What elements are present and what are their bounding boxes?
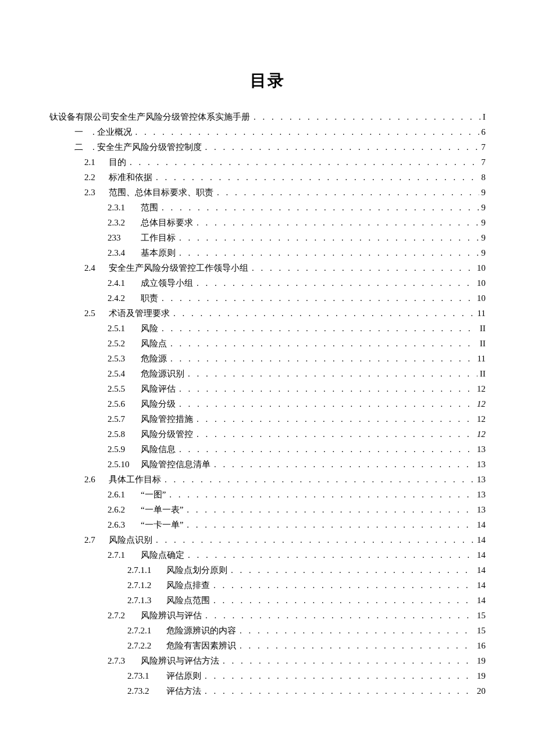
toc-entry-number: 2.73.2 — [127, 683, 166, 698]
toc-entry: 2.4.1成立领导小组10 — [49, 275, 486, 291]
toc-entry-text: 术语及管理要求 — [109, 306, 173, 321]
toc-entry-number: 2.4.2 — [108, 291, 141, 306]
toc-entry-number: 2.7.2 — [108, 608, 141, 623]
toc-entry-text: 成立领导小组 — [141, 275, 197, 291]
toc-entry-text: 危险源识别 — [141, 366, 188, 381]
toc-entry-page: 14 — [475, 593, 486, 608]
toc-leader-dots — [240, 623, 475, 638]
toc-entry-text: 钛设备有限公司安全生产风险分级管控体系实施手册 — [49, 109, 254, 124]
toc-entry-text: 风险分级管控 — [141, 427, 197, 442]
toc-entry-text: 风险信息 — [141, 442, 179, 457]
toc-leader-dots — [170, 336, 477, 351]
toc-entry-number: 一 — [72, 124, 92, 139]
toc-entry-page: 11 — [475, 306, 486, 321]
toc-entry-text: 风险评估 — [141, 381, 179, 396]
toc-leader-dots — [179, 230, 479, 245]
toc-entry-page: 10 — [475, 275, 486, 291]
toc-entry-page: I — [480, 109, 486, 124]
toc-entry-number: 2.7.3 — [108, 653, 141, 668]
toc-entry-text: 范围、总体目标要求、职责 — [109, 185, 217, 200]
toc-entry-page: 8 — [479, 170, 486, 185]
toc-entry-text: 风险点划分原则 — [166, 562, 231, 578]
toc-entry-number: 2.5.4 — [108, 366, 141, 381]
toc-entry-number: 2.7.2.2 — [127, 638, 166, 653]
toc-entry: 2.6.1“一图”13 — [49, 487, 486, 502]
toc-entry-number: 2.7 — [84, 532, 109, 547]
toc-entry: 2.5.10风险管控信息清单13 — [49, 457, 486, 472]
toc-entry: 2.5.3危险源11 — [49, 351, 486, 366]
toc-leader-dots — [205, 668, 475, 683]
toc-leader-dots — [214, 457, 475, 472]
toc-entry-page: 13 — [475, 457, 486, 472]
toc-leader-dots — [217, 185, 479, 200]
toc-entry: 2.5.7风险管控措施12 — [49, 411, 486, 427]
toc-entry-page: 12 — [475, 427, 486, 442]
toc-entry: 2.7.1.3风险点范围14 — [49, 593, 486, 608]
toc-entry-number: 二 — [72, 139, 92, 155]
toc-leader-dots — [254, 109, 480, 124]
toc-entry-text: 危险源辨识的内容 — [166, 623, 240, 638]
toc-title: 目录 — [49, 70, 486, 92]
toc-entry-page: 15 — [475, 608, 486, 623]
toc-entry-page: 19 — [475, 668, 486, 683]
toc-leader-dots — [173, 306, 475, 321]
toc-entry-page: 12 — [475, 411, 486, 427]
toc-entry: 2.5.8风险分级管控12 — [49, 427, 486, 442]
toc-leader-dots — [162, 200, 479, 215]
toc-leader-dots — [213, 578, 475, 593]
toc-entry-number: 2.7.1 — [108, 547, 141, 562]
toc-entry-number: 233 — [108, 230, 141, 245]
toc-entry-number: 2.3.1 — [108, 200, 141, 215]
toc-entry: 2.5.2风险点II — [49, 336, 486, 351]
toc-entry-number: 2.5.7 — [108, 411, 141, 427]
toc-entry: 2.6.3“一卡一单”14 — [49, 517, 486, 532]
toc-entry-text: 风险辨识与评估方法 — [141, 653, 223, 668]
toc-leader-dots — [156, 532, 475, 547]
toc-entry: 2.7.2.1危险源辨识的内容15 — [49, 623, 486, 638]
toc-entry-text: 目的 — [109, 155, 130, 170]
toc-leader-dots — [188, 366, 477, 381]
toc-entry-number: 2.5.2 — [108, 336, 141, 351]
toc-entry-page: 9 — [479, 245, 486, 260]
toc-entry-text: “一卡一单” — [141, 517, 187, 532]
toc-entry: 2.6.2“一单一表”13 — [49, 502, 486, 517]
toc-entry-number: 2.3 — [84, 185, 109, 200]
toc-entry-page: 13 — [475, 472, 486, 487]
toc-entry-text: 危险源 — [141, 351, 170, 366]
toc-entry-text: 风险管控措施 — [141, 411, 197, 427]
toc-entry-text: 风险点 — [141, 336, 170, 351]
toc-entry-text: 风险点范围 — [166, 593, 213, 608]
toc-entry: 一. 企业概况6 — [49, 124, 486, 139]
toc-leader-dots — [213, 593, 475, 608]
toc-entry-text: “一图” — [141, 487, 169, 502]
toc-entry-number: 2.5.9 — [108, 442, 141, 457]
toc-entry-number: 2.6.2 — [108, 502, 141, 517]
toc-entry: 2.73.2评估方法20 — [49, 683, 486, 698]
toc-entry: 2.7.1.2风险点排查14 — [49, 578, 486, 593]
toc-entry: 233工作目标9 — [49, 230, 486, 245]
toc-entry-text: 标准和依据 — [109, 170, 156, 185]
toc-entry-page: 7 — [479, 155, 486, 170]
toc-leader-dots — [187, 502, 475, 517]
toc-leader-dots — [179, 396, 475, 411]
toc-entry-number: 2.2 — [84, 170, 109, 185]
toc-entry-text: 风险辨识与评估 — [141, 608, 205, 623]
toc-entry-page: 13 — [475, 442, 486, 457]
toc-entry-text: 评估原则 — [166, 668, 205, 683]
toc-entry-page: 16 — [475, 638, 486, 653]
toc-entry-number: 2.4 — [84, 260, 109, 275]
toc-entry-page: II — [477, 366, 486, 381]
toc-entry-number: 2.5.8 — [108, 427, 141, 442]
toc-entry: 2.3.1范围9 — [49, 200, 486, 215]
toc-entry-page: 13 — [475, 487, 486, 502]
toc-entry-page: 9 — [479, 200, 486, 215]
toc-list: 钛设备有限公司安全生产风险分级管控体系实施手册I一. 企业概况6二. 安全生产风… — [49, 109, 486, 698]
toc-leader-dots — [162, 321, 477, 336]
toc-entry-page: 9 — [479, 215, 486, 230]
toc-entry: 2.5.5风险评估12 — [49, 381, 486, 396]
toc-entry-number: 2.4.1 — [108, 275, 141, 291]
toc-leader-dots — [205, 608, 475, 623]
toc-leader-dots — [240, 638, 475, 653]
toc-entry-text: 危险有害因素辨识 — [166, 638, 240, 653]
toc-entry: 2.7.1风险点确定14 — [49, 547, 486, 562]
